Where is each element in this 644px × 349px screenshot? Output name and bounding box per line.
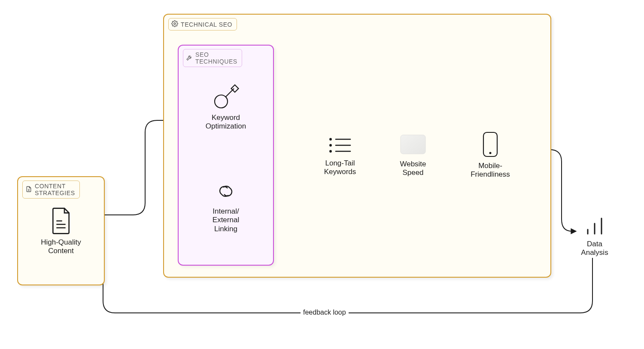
speed-icon <box>387 132 439 156</box>
node-label: Internal/ External Linking <box>196 207 256 233</box>
group-title-content-strategies: CONTENT STRATEGIES <box>22 181 80 199</box>
group-label: CONTENT STRATEGIES <box>35 183 75 196</box>
svg-point-4 <box>330 138 331 140</box>
node-label: Keyword Optimization <box>196 113 256 131</box>
document-icon <box>25 186 32 194</box>
svg-point-8 <box>330 150 331 152</box>
node-long-tail-keywords: Long-Tail Keywords <box>312 135 368 177</box>
edge-label-feedback: feedback loop <box>301 309 349 316</box>
diagram-canvas: CONTENT STRATEGIES High-Quality Content <box>0 0 644 349</box>
svg-point-12 <box>490 153 491 154</box>
link-icon <box>196 179 256 204</box>
node-website-speed: Website Speed <box>387 132 439 178</box>
group-label: SEO TECHNIQUES <box>195 51 237 65</box>
group-title-technical-seo: TECHNICAL SEO <box>168 18 237 31</box>
key-icon <box>196 84 256 110</box>
document-icon <box>35 207 87 235</box>
node-mobile-friendliness: Mobile- Friendliness <box>460 131 520 179</box>
svg-rect-10 <box>401 135 425 154</box>
svg-point-6 <box>330 144 331 146</box>
node-label: Long-Tail Keywords <box>312 159 368 177</box>
group-title-seo-techniques: SEO TECHNIQUES <box>183 49 242 67</box>
node-keyword-optimization: Keyword Optimization <box>196 84 256 131</box>
node-high-quality-content: High-Quality Content <box>35 207 87 256</box>
list-icon <box>312 135 368 156</box>
group-technical-seo: TECHNICAL SEO SEO TECHNIQUES <box>163 14 551 278</box>
node-data-analysis: Data Analysis <box>571 215 618 257</box>
group-seo-techniques: SEO TECHNIQUES Keyword Optimization <box>178 45 274 266</box>
mobile-icon <box>460 131 520 158</box>
node-label: Data Analysis <box>571 240 618 257</box>
group-content-strategies: CONTENT STRATEGIES High-Quality Content <box>17 176 105 285</box>
node-label: Mobile- Friendliness <box>460 162 520 179</box>
svg-rect-3 <box>231 85 239 92</box>
node-label: High-Quality Content <box>35 238 87 256</box>
svg-point-0 <box>174 23 176 24</box>
bar-chart-icon <box>571 215 618 236</box>
group-label: TECHNICAL SEO <box>181 21 232 28</box>
wrench-icon <box>186 54 193 62</box>
node-label: Website Speed <box>387 160 439 178</box>
node-linking: Internal/ External Linking <box>196 179 256 233</box>
gear-icon <box>171 20 178 28</box>
